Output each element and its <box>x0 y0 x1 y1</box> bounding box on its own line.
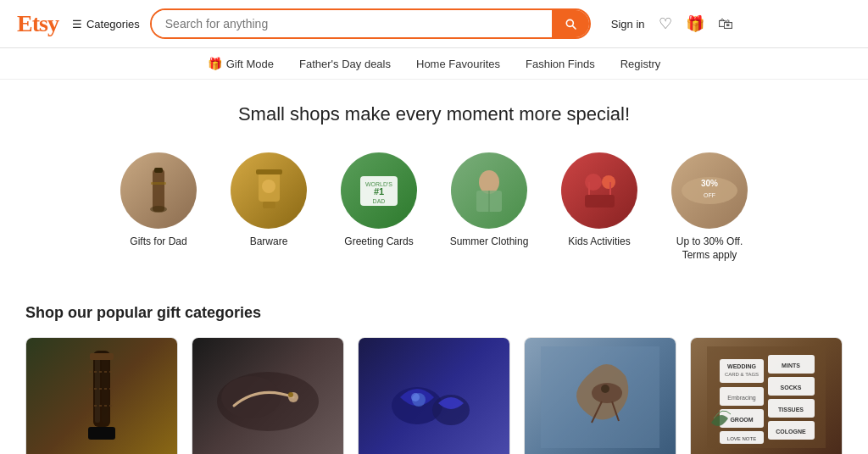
circle-img-greeting: #1 WORLD'S DAD <box>341 152 417 229</box>
svg-point-43 <box>601 385 609 393</box>
search-button[interactable] <box>552 10 589 37</box>
gift-card-anniversary[interactable]: Anniversary gifts <box>25 337 178 454</box>
svg-rect-5 <box>263 202 275 208</box>
svg-rect-27 <box>90 353 114 360</box>
hero-section: Small shops make every moment more speci… <box>0 80 868 139</box>
subnav-gift-mode[interactable]: 🎁 Gift Mode <box>208 57 274 70</box>
sub-nav: 🎁 Gift Mode Father's Day deals Home Favo… <box>0 48 868 80</box>
svg-rect-26 <box>88 427 115 440</box>
subnav-home-favourites[interactable]: Home Favourites <box>416 58 500 70</box>
subnav-fashion-finds[interactable]: Fashion Finds <box>526 58 595 70</box>
gift-card-img-personalised <box>525 338 676 454</box>
svg-text:COLOGNE: COLOGNE <box>776 429 806 435</box>
svg-text:OFF: OFF <box>704 192 715 198</box>
categories-button[interactable]: ☰ Categories <box>72 18 140 30</box>
circle-img-activities <box>561 152 637 229</box>
svg-text:30%: 30% <box>701 179 718 188</box>
categories-label: Categories <box>86 18 140 30</box>
hamburger-icon: ☰ <box>72 18 82 30</box>
svg-text:DAD: DAD <box>373 198 386 204</box>
svg-text:GROOM: GROOM <box>730 417 753 423</box>
category-circles: Gifts for Dad Barware #1 WORLD'S DAD Gre… <box>0 139 868 287</box>
svg-point-3 <box>150 206 167 213</box>
svg-rect-2 <box>151 182 166 185</box>
circle-greeting-cards[interactable]: #1 WORLD'S DAD Greeting Cards <box>337 152 421 262</box>
svg-point-37 <box>411 393 420 401</box>
svg-point-7 <box>262 180 275 193</box>
svg-text:Embracing: Embracing <box>727 395 756 401</box>
gift-card-him[interactable]: Gifts for him <box>192 337 344 454</box>
etsy-logo[interactable]: Etsy <box>17 10 58 37</box>
subnav-registry[interactable]: Registry <box>620 58 661 70</box>
circle-barware[interactable]: Barware <box>226 152 311 262</box>
gift-card-her[interactable]: Gifts for her <box>358 337 510 454</box>
svg-text:MINTS: MINTS <box>782 363 800 368</box>
svg-rect-6 <box>256 169 282 174</box>
svg-rect-0 <box>153 169 164 212</box>
svg-point-12 <box>479 170 499 194</box>
gift-card-wedding[interactable]: WEDDING CARD & TAGS MINTS SOCKS Embracin… <box>690 337 843 454</box>
svg-text:LOVE NOTE: LOVE NOTE <box>727 436 756 441</box>
gift-card-img-anniversary <box>26 338 177 454</box>
circle-img-dad <box>120 152 197 229</box>
svg-text:WEDDING: WEDDING <box>727 363 756 369</box>
subnav-fathers-day[interactable]: Father's Day deals <box>299 58 391 70</box>
gift-card-img-her <box>359 338 509 454</box>
wishlist-icon[interactable]: ♡ <box>659 14 672 33</box>
svg-text:#1: #1 <box>374 186 384 197</box>
circle-kids-activities[interactable]: Kids Activities <box>557 152 642 262</box>
svg-rect-17 <box>585 195 615 208</box>
gift-section: Shop our popular gift categories Anniver… <box>0 287 868 454</box>
circle-label-clothing: Summer Clothing <box>450 235 529 249</box>
circle-img-discount: 30% OFF <box>671 152 748 229</box>
circle-img-clothing <box>451 152 527 229</box>
gift-card-personalised[interactable]: Personalised gift ideas <box>524 337 676 454</box>
svg-text:WORLD'S: WORLD'S <box>365 181 392 187</box>
gift-icon[interactable]: 🎁 <box>686 14 704 33</box>
sign-in-button[interactable]: Sign in <box>611 18 645 30</box>
svg-point-34 <box>288 392 293 397</box>
svg-point-32 <box>221 376 281 418</box>
header: Etsy ☰ Categories Sign in ♡ 🎁 🛍 <box>0 0 868 48</box>
circle-label-discount: Up to 30% Off. Terms apply <box>667 235 752 262</box>
search-icon <box>564 17 577 30</box>
circle-gifts-for-dad[interactable]: Gifts for Dad <box>116 152 201 262</box>
circle-label-dad: Gifts for Dad <box>130 235 186 249</box>
circle-img-barware <box>231 152 307 229</box>
subnav-gift-mode-label: Gift Mode <box>226 58 274 70</box>
search-bar <box>150 8 591 39</box>
svg-text:CARD & TAGS: CARD & TAGS <box>725 372 759 377</box>
gift-card-img-him <box>192 338 343 454</box>
circle-label-greeting: Greeting Cards <box>344 235 413 249</box>
cart-icon[interactable]: 🛍 <box>718 15 733 33</box>
header-actions: Sign in ♡ 🎁 🛍 <box>611 14 733 33</box>
svg-text:TISSUES: TISSUES <box>778 407 804 412</box>
circle-summer-clothing[interactable]: Summer Clothing <box>447 152 531 262</box>
svg-text:SOCKS: SOCKS <box>781 385 802 390</box>
circle-label-barware: Barware <box>250 235 288 249</box>
gift-cards-container: Anniversary gifts Gifts for him <box>25 337 843 454</box>
svg-point-16 <box>602 175 615 189</box>
search-input[interactable] <box>152 10 552 37</box>
gift-section-title: Shop our popular gift categories <box>25 304 843 322</box>
gift-mode-icon: 🎁 <box>208 57 222 70</box>
circle-label-activities: Kids Activities <box>568 235 630 249</box>
svg-rect-1 <box>154 168 163 173</box>
gift-card-img-wedding: WEDDING CARD & TAGS MINTS SOCKS Embracin… <box>691 338 842 454</box>
svg-point-15 <box>585 174 602 191</box>
hero-headline: Small shops make every moment more speci… <box>238 103 630 125</box>
circle-discount[interactable]: 30% OFF Up to 30% Off. Terms apply <box>667 152 752 262</box>
